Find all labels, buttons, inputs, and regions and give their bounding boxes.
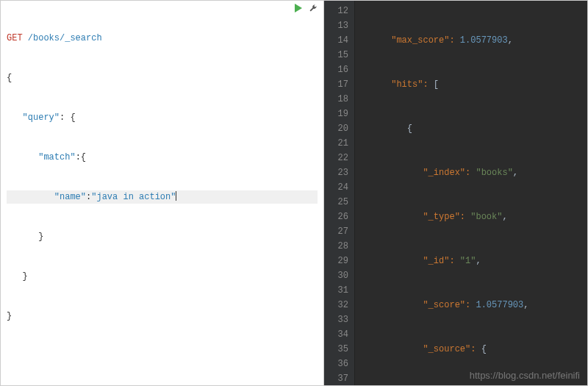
line-number: 15 [327, 48, 348, 62]
line-number: 23 [327, 165, 348, 180]
line-number: 16 [327, 62, 348, 77]
text-cursor [176, 191, 176, 201]
http-method: GET [7, 33, 23, 43]
max-score-key: "max_score" [391, 35, 449, 46]
hits-key: "hits" [391, 79, 423, 90]
index-key: "_index" [423, 168, 465, 178]
editor-toolbar [294, 4, 318, 12]
line-number: 37 [327, 371, 348, 385]
line-number: 36 [327, 357, 348, 371]
wrench-icon[interactable] [309, 4, 318, 12]
request-path: /books/_search [28, 33, 102, 43]
name-value: "java in action" [91, 192, 176, 202]
line-number: 35 [327, 342, 348, 357]
line-number: 34 [327, 327, 348, 342]
query-key: "query" [23, 112, 60, 123]
response-pane: 1213141516171819202122232425262728293031… [324, 1, 587, 385]
line-number: 32 [327, 298, 348, 312]
line-number: 28 [327, 239, 348, 254]
name-key: "name" [54, 192, 86, 202]
line-number: 20 [327, 121, 348, 136]
line-number: 25 [327, 195, 348, 210]
match-key: "match" [38, 152, 75, 162]
run-query-icon[interactable] [294, 4, 303, 12]
line-number: 29 [327, 254, 348, 268]
line-number: 33 [327, 312, 348, 327]
line-number: 19 [327, 107, 348, 121]
line-number: 21 [327, 136, 348, 151]
line-number: 13 [327, 18, 348, 33]
line-number: 26 [327, 210, 348, 224]
line-number: 22 [327, 151, 348, 165]
max-score-value: 1.0577903 [460, 35, 508, 46]
request-editor[interactable]: GET /books/_search { "query": { "match":… [1, 1, 323, 354]
line-number: 27 [327, 224, 348, 239]
line-number: 17 [327, 77, 348, 92]
line-number: 12 [327, 4, 348, 18]
line-number: 24 [327, 180, 348, 195]
request-editor-pane: GET /books/_search { "query": { "match":… [1, 1, 324, 385]
source-key: "_source" [423, 344, 470, 354]
line-number: 14 [327, 33, 348, 48]
svg-marker-0 [295, 4, 302, 12]
score-key: "_score" [423, 300, 465, 310]
line-number-gutter: 1213141516171819202122232425262728293031… [324, 1, 355, 385]
id-key: "_id" [423, 256, 449, 266]
line-number: 18 [327, 92, 348, 107]
line-number: 30 [327, 268, 348, 283]
response-json[interactable]: "max_score": 1.0577903, "hits": [ { "_in… [355, 1, 587, 385]
line-number: 31 [327, 283, 348, 298]
type-key: "_type" [423, 212, 459, 222]
